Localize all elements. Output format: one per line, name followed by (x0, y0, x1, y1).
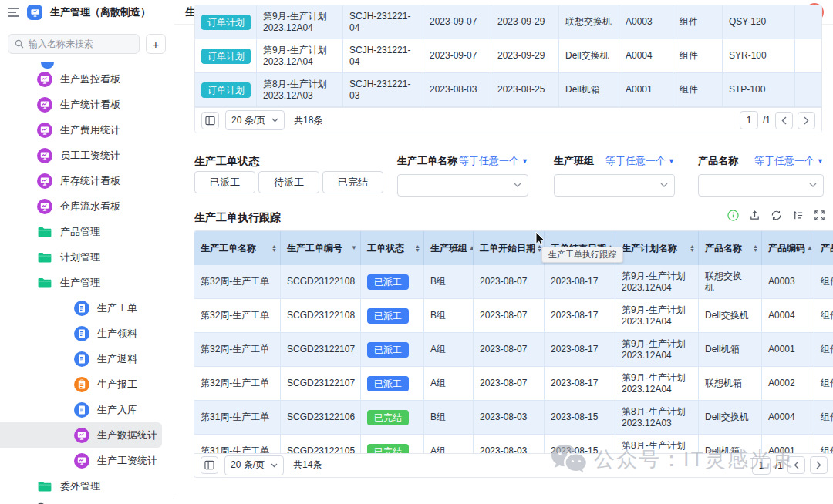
current-page[interactable]: 1 (752, 456, 771, 475)
plan-table-cell: 2023-09-29 (491, 5, 559, 39)
sidebar-item[interactable]: 生产工单 (0, 295, 174, 321)
column-header[interactable]: 工单状态▲▼ (361, 231, 424, 265)
status-finished-button[interactable]: 已完结 (322, 171, 383, 193)
next-page-button[interactable] (810, 456, 828, 474)
current-page[interactable]: 1 (740, 111, 758, 129)
app-logo-icon[interactable] (27, 5, 42, 20)
filter-operator-link[interactable]: 等于任意一个▼ (605, 154, 675, 168)
sidebar-item[interactable]: 生产报工 (0, 371, 174, 397)
tracking-table-cell: 2023-08-17 (545, 299, 615, 333)
filter-operator-link[interactable]: 等于任意一个▼ (754, 154, 824, 168)
page-size-select[interactable]: 20 条/页 (225, 110, 285, 130)
plan-table-cell: STP-100 (723, 73, 795, 107)
tracking-table-cell: B组 (424, 401, 474, 435)
fullscreen-icon[interactable] (814, 210, 825, 221)
sort-both-icon[interactable]: ▲▼ (690, 244, 695, 252)
column-header-label: 生产工单名称 (201, 242, 256, 255)
plan-table-cell (795, 5, 822, 39)
column-header[interactable]: 产品名称▲▼ (699, 231, 762, 265)
chevron-down-icon (809, 183, 817, 188)
sort-both-icon[interactable]: ▲▼ (415, 244, 420, 252)
filter-operator-link[interactable]: 等于任意一个▼ (459, 154, 528, 168)
status-cell: 已派工 (361, 333, 424, 367)
tracking-table-row[interactable]: 第31周-生产工单SCGD23122106已完结B组2023-08-032023… (194, 401, 833, 435)
sidebar-item[interactable]: 生产退料 (0, 346, 174, 371)
tracking-table-cell: SCGD23122107 (281, 367, 361, 401)
sidebar-item[interactable]: 生产费用统计 (0, 117, 174, 143)
status-dispatched-button[interactable]: 已派工 (194, 171, 255, 193)
info-icon[interactable] (727, 210, 739, 221)
plan-table-row[interactable]: 订单计划第8月-生产计划 2023.12A03SCJH-231221- 0320… (195, 73, 822, 107)
tracking-table-row[interactable]: 第32周-生产工单SCGD23122108已派工B组2023-08-072023… (194, 265, 833, 299)
sidebar-item[interactable]: 员工工资统计 (0, 143, 174, 168)
sort-desc-icon[interactable]: ▼ (351, 245, 357, 251)
sidebar-item[interactable]: 生产入库 (0, 397, 174, 422)
filter-label: 产品名称 (698, 154, 738, 168)
column-settings-button[interactable] (201, 112, 219, 129)
export-icon[interactable] (749, 210, 760, 221)
plan-tag-cell: 订单计划 (195, 73, 257, 107)
row-config-icon[interactable] (792, 210, 804, 221)
sidebar-item-label: 仓库流水看板 (60, 200, 120, 213)
sidebar-item[interactable]: 生产统计看板 (0, 92, 174, 117)
next-page-button[interactable] (798, 112, 815, 129)
dashboard-icon (74, 428, 89, 443)
sidebar-item[interactable]: 生产领料 (0, 321, 174, 346)
sort-both-icon[interactable]: ▲▼ (753, 244, 758, 252)
sidebar-item[interactable]: 生产数据统计 (0, 422, 162, 448)
plan-table-card: 订单计划第9月-生产计划 2023.12A04SCJH-231221- 0420… (194, 5, 822, 133)
column-header[interactable]: 生产计划名称▲▼ (615, 231, 699, 265)
tracking-table-cell: A0003 (762, 265, 814, 299)
workspace-title: 生产管理（离散制造） (50, 5, 150, 19)
filter-select[interactable] (698, 174, 824, 197)
sort-both-icon[interactable]: ▲▼ (271, 244, 277, 252)
plan-table-cell: Dell机箱 (559, 73, 619, 107)
search-input[interactable]: 输入名称来搜索 (8, 34, 140, 54)
hamburger-menu-icon[interactable] (8, 8, 19, 17)
sidebar-item-label: 库存统计看板 (60, 174, 120, 188)
column-header[interactable]: 生产工单名称▲▼ (194, 231, 281, 265)
sidebar-item-label: 生产监控看板 (60, 72, 120, 86)
plan-table-cell: 2023-08-25 (491, 73, 559, 107)
column-header[interactable]: 产品编码▲ (762, 231, 814, 265)
filter-select[interactable] (554, 174, 675, 197)
sidebar-item[interactable]: 仓库流水看板 (0, 193, 174, 219)
status-cell: 已派工 (361, 299, 424, 333)
sort-asc-icon[interactable]: ▲ (807, 245, 813, 251)
column-header-label: 产品类型 (821, 242, 833, 255)
add-page-button[interactable]: + (146, 34, 166, 54)
sidebar-item[interactable]: 产品管理 (0, 219, 174, 244)
sidebar-item[interactable]: 生产管理 (0, 270, 174, 295)
sidebar-item-label: 生产退料 (97, 352, 137, 366)
prev-page-button[interactable] (775, 112, 793, 129)
sidebar-item[interactable]: 库存统计看板 (0, 168, 174, 193)
sidebar-item[interactable]: 委外管理 (0, 473, 174, 499)
refresh-icon[interactable] (771, 210, 782, 221)
sidebar-item[interactable]: 生产工资统计 (0, 448, 174, 473)
order-plan-tag: 订单计划 (201, 15, 251, 30)
status-pill: 已派工 (367, 342, 409, 358)
tracking-table-cell: 第9月-生产计划 2023.12A04 (615, 333, 699, 367)
plan-table-row[interactable]: 订单计划第9月-生产计划 2023.12A04SCJH-231221- 0420… (195, 39, 822, 73)
tracking-table-cell: SCGD23122105 (281, 435, 361, 453)
column-header[interactable]: 产品类型 (814, 231, 833, 265)
page-size-select[interactable]: 20 条/页 (224, 455, 284, 475)
column-settings-button[interactable] (201, 456, 218, 474)
filter-label: 生产班组 (554, 154, 594, 168)
filter-product-name: 产品名称 等于任意一个▼ (698, 154, 824, 197)
status-pending-button[interactable]: 待派工 (258, 171, 319, 193)
tracking-table-row[interactable]: 第31周-生产工单SCGD23122105已完结A组2023-08-032023… (194, 435, 833, 453)
tracking-table-row[interactable]: 第32周-生产工单SCGD23122107已派工A组2023-08-072023… (194, 333, 833, 367)
plan-table-row[interactable]: 订单计划第9月-生产计划 2023.12A04SCJH-231221- 0420… (195, 5, 822, 39)
tracking-table-row[interactable]: 第32周-生产工单SCGD23122108已派工B组2023-08-072023… (194, 299, 833, 333)
column-header[interactable]: 工单开始日期▲▼ (474, 231, 545, 265)
filter-select[interactable] (397, 174, 528, 197)
sidebar-item-label: 生产工资统计 (97, 454, 157, 468)
column-header[interactable]: 生产工单编号▼ (281, 231, 361, 265)
prev-page-button[interactable] (787, 456, 805, 474)
tracking-table-row[interactable]: 第32周-生产工单SCGD23122107已派工A组2023-08-072023… (194, 367, 833, 401)
sidebar-item[interactable]: 生产监控看板 (0, 66, 174, 92)
page-size-value: 20 条/页 (231, 114, 265, 127)
sidebar-item[interactable]: 计划管理 (0, 244, 174, 270)
column-header[interactable]: 生产班组▲ (424, 231, 474, 265)
